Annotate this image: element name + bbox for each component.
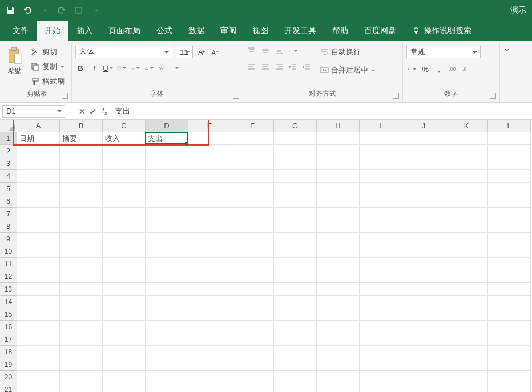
- row-header[interactable]: 9: [0, 233, 17, 245]
- phonetic-guide-icon[interactable]: wén: [158, 63, 168, 73]
- column-header[interactable]: H: [317, 120, 360, 132]
- touch-mode-icon[interactable]: [74, 6, 83, 15]
- cell[interactable]: [317, 296, 360, 308]
- spreadsheet-grid[interactable]: ABCDEFGHIJKL 123456789101112131415161718…: [0, 120, 532, 392]
- cell[interactable]: [274, 383, 317, 392]
- cell[interactable]: [60, 383, 103, 392]
- row-header[interactable]: 2: [0, 145, 17, 157]
- cell[interactable]: [317, 145, 360, 157]
- cut-button[interactable]: 剪切: [29, 46, 67, 58]
- number-launcher-icon[interactable]: [490, 93, 496, 99]
- cell[interactable]: [360, 245, 402, 258]
- cell[interactable]: [402, 195, 445, 208]
- cell[interactable]: [445, 220, 488, 233]
- cell[interactable]: [231, 245, 274, 258]
- tab-file[interactable]: 文件: [5, 21, 37, 41]
- font-size-select[interactable]: 11: [176, 46, 193, 58]
- cell[interactable]: [60, 170, 103, 183]
- cell[interactable]: [188, 296, 231, 308]
- cell[interactable]: [402, 346, 445, 358]
- cell[interactable]: [360, 195, 402, 208]
- align-middle-icon[interactable]: [260, 46, 271, 56]
- cell[interactable]: [488, 358, 531, 371]
- column-header[interactable]: B: [60, 120, 103, 132]
- row-header[interactable]: 13: [0, 283, 17, 296]
- cell[interactable]: [103, 183, 146, 195]
- column-header[interactable]: E: [188, 120, 231, 132]
- cell[interactable]: [360, 157, 402, 170]
- column-header[interactable]: L: [488, 120, 531, 132]
- paste-button[interactable]: 粘贴: [7, 46, 23, 76]
- cell[interactable]: [445, 183, 488, 195]
- cell[interactable]: [103, 270, 146, 283]
- tab-baidu-netdisk[interactable]: 百度网盘: [356, 21, 404, 41]
- cell[interactable]: [488, 283, 531, 296]
- cell[interactable]: [103, 296, 146, 308]
- select-all-corner[interactable]: [0, 120, 17, 132]
- cell[interactable]: [231, 132, 274, 145]
- italic-button[interactable]: I: [89, 63, 99, 73]
- cell[interactable]: [445, 346, 488, 358]
- cell-area[interactable]: 日期摘要收入支出: [17, 132, 532, 392]
- cell[interactable]: [231, 371, 274, 383]
- decrease-font-icon[interactable]: A: [210, 47, 220, 57]
- cancel-edit-icon[interactable]: [77, 106, 87, 116]
- cell[interactable]: [317, 346, 360, 358]
- cell[interactable]: [317, 157, 360, 170]
- cell[interactable]: [60, 145, 103, 157]
- column-header[interactable]: C: [103, 120, 146, 132]
- cell[interactable]: [360, 371, 402, 383]
- tab-home[interactable]: 开始: [37, 21, 68, 41]
- cell[interactable]: [274, 358, 317, 371]
- column-header[interactable]: I: [360, 120, 402, 132]
- cell[interactable]: [146, 245, 188, 258]
- cell[interactable]: [360, 233, 402, 245]
- cell[interactable]: [402, 358, 445, 371]
- cell[interactable]: [17, 208, 60, 220]
- cell[interactable]: [146, 270, 188, 283]
- cell[interactable]: [231, 308, 274, 321]
- cell[interactable]: [317, 258, 360, 270]
- cell[interactable]: [360, 346, 402, 358]
- cell[interactable]: [402, 132, 445, 145]
- cell[interactable]: [103, 308, 146, 321]
- cell[interactable]: [488, 132, 531, 145]
- align-left-icon[interactable]: [247, 62, 257, 72]
- cell[interactable]: [146, 208, 188, 220]
- tab-tell-me[interactable]: 操作说明搜索: [404, 21, 479, 41]
- cell[interactable]: [402, 371, 445, 383]
- save-icon[interactable]: [6, 6, 15, 15]
- cell[interactable]: [231, 183, 274, 195]
- row-header[interactable]: 20: [0, 371, 17, 383]
- cell[interactable]: [488, 208, 531, 220]
- cell[interactable]: [17, 220, 60, 233]
- font-launcher-icon[interactable]: [233, 93, 239, 99]
- cell[interactable]: [188, 245, 231, 258]
- row-header[interactable]: 6: [0, 195, 17, 208]
- cell[interactable]: [488, 245, 531, 258]
- cell[interactable]: [360, 145, 402, 157]
- cell[interactable]: [360, 358, 402, 371]
- redo-icon[interactable]: [57, 6, 66, 15]
- cell[interactable]: [274, 183, 317, 195]
- confirm-edit-icon[interactable]: [87, 106, 98, 116]
- cell[interactable]: [488, 233, 531, 245]
- cell[interactable]: [146, 358, 188, 371]
- cell[interactable]: [188, 220, 231, 233]
- row-header[interactable]: 15: [0, 308, 17, 321]
- cell[interactable]: [317, 245, 360, 258]
- cell[interactable]: [231, 358, 274, 371]
- cell[interactable]: [17, 183, 60, 195]
- cell[interactable]: [146, 195, 188, 208]
- cell[interactable]: [103, 346, 146, 358]
- column-header[interactable]: A: [17, 120, 60, 132]
- cell[interactable]: [17, 157, 60, 170]
- name-box[interactable]: D1: [2, 105, 65, 118]
- cell[interactable]: [231, 170, 274, 183]
- cell[interactable]: [488, 270, 531, 283]
- undo-icon[interactable]: [23, 6, 32, 15]
- cell[interactable]: [231, 270, 274, 283]
- row-header[interactable]: 3: [0, 157, 17, 170]
- cell[interactable]: [188, 145, 231, 157]
- tab-developer[interactable]: 开发工具: [276, 21, 324, 41]
